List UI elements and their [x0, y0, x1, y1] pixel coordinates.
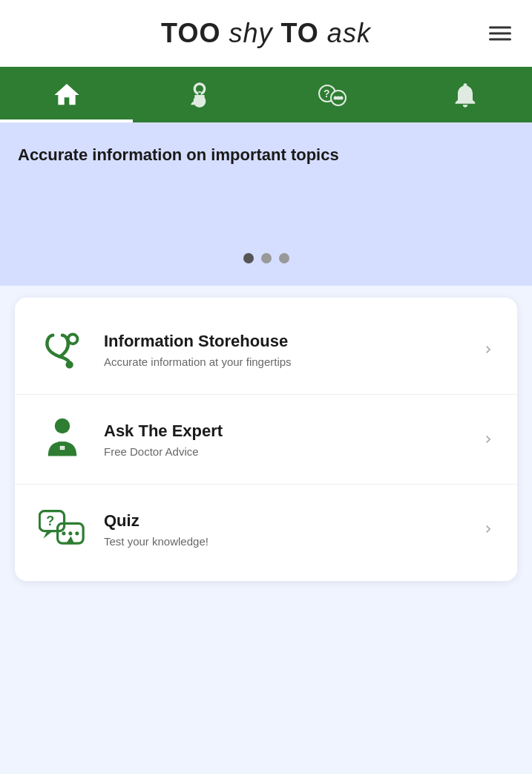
nav-item-home[interactable] [0, 67, 133, 122]
svg-point-11 [65, 445, 71, 451]
carousel-dot-2[interactable] [261, 253, 272, 263]
title-to: TO [281, 18, 319, 48]
card-quiz[interactable]: ? Quiz Test your knowledge! [15, 484, 517, 574]
title-shy: shy [229, 18, 272, 48]
information-storehouse-content: Information Storehouse Accurate informat… [92, 332, 477, 368]
home-icon [52, 80, 82, 110]
doctor-person-icon [39, 416, 86, 463]
quiz-subtitle: Test your knowledge! [104, 535, 477, 548]
nav-item-doctor[interactable] [133, 67, 266, 122]
quiz-icon-wrap: ? [33, 505, 92, 553]
navigation-bar: ? [0, 67, 532, 122]
title-ask: ask [327, 18, 371, 48]
svg-text:?: ? [324, 88, 330, 99]
hamburger-line-1 [489, 27, 511, 29]
information-storehouse-title: Information Storehouse [104, 332, 477, 351]
nav-item-notifications[interactable] [399, 67, 532, 122]
information-storehouse-icon-wrap [33, 326, 92, 373]
chevron-right-icon [481, 342, 496, 357]
svg-point-21 [62, 531, 65, 535]
ask-expert-subtitle: Free Doctor Advice [104, 445, 477, 458]
bell-icon [450, 80, 480, 110]
title-too: TOO [161, 18, 220, 48]
qa-icon: ? [318, 80, 347, 110]
svg-text:?: ? [46, 514, 54, 528]
carousel-dots [18, 238, 514, 271]
svg-point-5 [340, 96, 344, 99]
quiz-chevron [477, 522, 499, 537]
ask-expert-title: Ask The Expert [104, 422, 477, 441]
stethoscope-icon [39, 326, 86, 373]
doctor-icon [185, 80, 214, 110]
card-information-storehouse[interactable]: Information Storehouse Accurate informat… [15, 305, 517, 394]
banner-text: Accurate information on important topics [18, 145, 514, 166]
chevron-right-icon-2 [481, 432, 496, 447]
ask-expert-content: Ask The Expert Free Doctor Advice [92, 422, 477, 458]
svg-marker-24 [66, 537, 74, 544]
hamburger-menu-button[interactable] [486, 24, 514, 44]
cards-section: Information Storehouse Accurate informat… [15, 298, 517, 581]
carousel-dot-1[interactable] [243, 253, 254, 263]
app-title: TOO shy TO ask [161, 18, 371, 49]
svg-point-23 [75, 531, 79, 535]
banner-section: Accurate information on important topics [0, 122, 532, 286]
svg-point-8 [55, 419, 70, 433]
ask-expert-chevron [477, 432, 499, 447]
quiz-title: Quiz [104, 511, 477, 531]
nav-item-qa[interactable]: ? [266, 67, 399, 122]
svg-point-22 [68, 531, 72, 535]
hamburger-line-2 [489, 33, 511, 35]
card-ask-the-expert[interactable]: Ask The Expert Free Doctor Advice [15, 394, 517, 484]
svg-point-7 [65, 361, 73, 368]
app-header: TOO shy TO ask [0, 0, 532, 67]
information-storehouse-chevron [477, 342, 499, 357]
chevron-right-icon-3 [481, 522, 496, 537]
ask-expert-icon-wrap [33, 416, 92, 463]
quiz-content: Quiz Test your knowledge! [92, 511, 477, 548]
quiz-bubbles-icon: ? [39, 505, 86, 553]
information-storehouse-subtitle: Accurate information at your fingertips [104, 355, 477, 368]
carousel-dot-3[interactable] [279, 253, 289, 263]
hamburger-line-3 [489, 39, 511, 41]
